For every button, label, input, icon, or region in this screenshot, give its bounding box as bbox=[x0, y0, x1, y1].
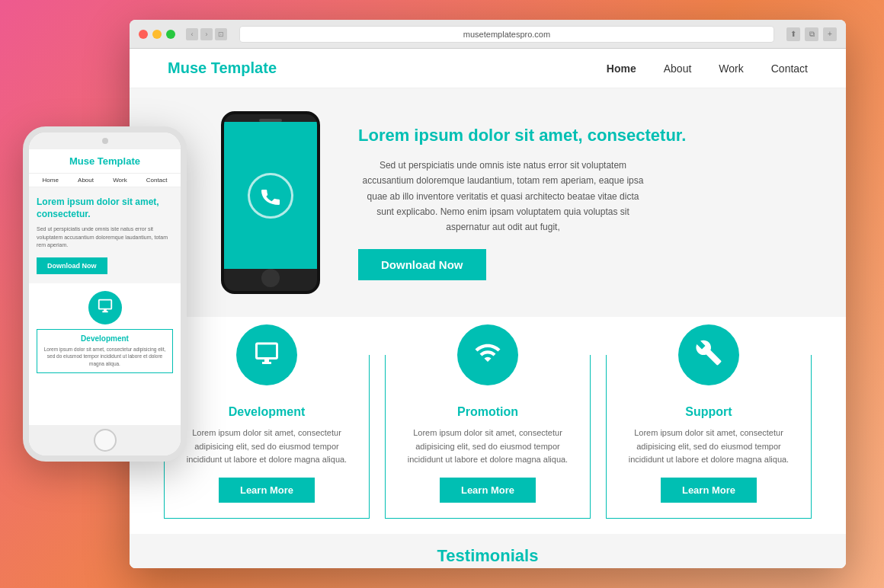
service-card-development: Development Lorem ipsum dolor sit amet, … bbox=[164, 355, 370, 519]
browser-chrome: ‹ › ⊡ musetemplatespro.com ⬆ ⧉ + bbox=[130, 20, 846, 49]
back-button[interactable]: ‹ bbox=[186, 28, 198, 40]
mobile-service-text: Lorem ipsum dolor sit amet, consectetur … bbox=[43, 346, 166, 368]
development-icon-wrap bbox=[236, 324, 297, 385]
hero-body: Sed ut perspiciatis unde omnis iste natu… bbox=[358, 158, 648, 235]
promotion-learn-more-button[interactable]: Learn More bbox=[440, 478, 536, 503]
mobile-service-icon-wrap bbox=[88, 291, 122, 324]
website-content: Muse Template Home About Work Contact bbox=[130, 49, 846, 568]
site-header: Muse Template Home About Work Contact bbox=[130, 49, 846, 88]
nav-work[interactable]: Work bbox=[719, 62, 743, 75]
tab-button[interactable]: ⧉ bbox=[805, 27, 818, 41]
browser-action-buttons: ⬆ ⧉ + bbox=[786, 27, 837, 41]
phone-screen bbox=[224, 122, 317, 269]
promotion-title: Promotion bbox=[457, 405, 518, 419]
phone-home-button bbox=[261, 269, 280, 287]
browser-nav-buttons: ‹ › ⊡ bbox=[186, 28, 227, 40]
mobile-download-button[interactable]: Download Now bbox=[37, 257, 107, 274]
mobile-nav: Home About Work Contact bbox=[29, 174, 181, 187]
mobile-nav-work[interactable]: Work bbox=[113, 177, 127, 184]
mobile-service-card: Development Lorem ipsum dolor sit amet, … bbox=[37, 329, 173, 373]
mobile-screen: Muse Template Home About Work Contact Lo… bbox=[29, 149, 181, 425]
download-button[interactable]: Download Now bbox=[358, 249, 486, 280]
monitor-icon bbox=[253, 339, 280, 372]
support-title: Support bbox=[685, 405, 732, 419]
site-nav: Home About Work Contact bbox=[607, 62, 808, 75]
nav-home[interactable]: Home bbox=[607, 62, 636, 75]
support-learn-more-button[interactable]: Learn More bbox=[661, 478, 757, 503]
hero-heading: Lorem ipsum dolor sit amet, consectetur. bbox=[358, 125, 808, 147]
mobile-hero-heading: Lorem ipsum dolor sit amet, consectetur. bbox=[37, 197, 173, 220]
mobile-nav-contact[interactable]: Contact bbox=[146, 177, 168, 184]
mobile-phone: Muse Template Home About Work Contact Lo… bbox=[23, 126, 187, 462]
mobile-hero: Lorem ipsum dolor sit amet, consectetur.… bbox=[29, 187, 181, 283]
nav-contact[interactable]: Contact bbox=[771, 62, 808, 75]
layout-button[interactable]: ⊡ bbox=[215, 28, 227, 40]
url-bar[interactable]: musetemplatespro.com bbox=[239, 26, 774, 43]
forward-button[interactable]: › bbox=[200, 28, 213, 40]
site-logo: Muse Template bbox=[168, 59, 277, 77]
nav-about[interactable]: About bbox=[664, 62, 692, 75]
development-title: Development bbox=[229, 405, 305, 419]
development-text: Lorem ipsum dolor sit amet, consectetur … bbox=[176, 427, 357, 467]
mobile-top-bar bbox=[29, 133, 181, 149]
mobile-nav-home[interactable]: Home bbox=[43, 177, 59, 184]
mobile-service-title: Development bbox=[43, 334, 166, 343]
mobile-camera bbox=[102, 138, 108, 144]
mobile-hero-text: Sed ut perspiciatis unde omnis iste natu… bbox=[37, 225, 173, 250]
url-text: musetemplatespro.com bbox=[463, 30, 550, 39]
hero-section: Lorem ipsum dolor sit amet, consectetur.… bbox=[130, 88, 846, 317]
support-text: Lorem ipsum dolor sit amet, consectetur … bbox=[618, 427, 799, 467]
hero-content: Lorem ipsum dolor sit amet, consectetur.… bbox=[358, 125, 808, 280]
browser-window: ‹ › ⊡ musetemplatespro.com ⬆ ⧉ + Muse Te… bbox=[130, 20, 846, 568]
services-section: Development Lorem ipsum dolor sit amet, … bbox=[130, 317, 846, 534]
testimonials-title: Testimonials bbox=[130, 546, 846, 566]
support-icon-wrap bbox=[678, 324, 739, 385]
dot-red[interactable] bbox=[139, 30, 148, 39]
dot-yellow[interactable] bbox=[152, 30, 162, 39]
service-card-support: Support Lorem ipsum dolor sit amet, cons… bbox=[606, 355, 812, 519]
wifi-icon bbox=[474, 339, 501, 372]
plus-button[interactable]: + bbox=[823, 27, 837, 41]
tools-icon bbox=[695, 339, 722, 372]
promotion-icon-wrap bbox=[457, 324, 518, 385]
mobile-site-header: Muse Template bbox=[29, 149, 181, 174]
testimonials-section: Testimonials bbox=[130, 534, 846, 568]
phone-call-icon bbox=[248, 173, 293, 219]
service-card-promotion: Promotion Lorem ipsum dolor sit amet, co… bbox=[385, 355, 591, 519]
mobile-service: Development Lorem ipsum dolor sit amet, … bbox=[29, 283, 181, 381]
development-learn-more-button[interactable]: Learn More bbox=[219, 478, 315, 503]
mobile-home-button[interactable] bbox=[94, 429, 117, 452]
mobile-bottom-bar bbox=[29, 425, 181, 455]
dot-green[interactable] bbox=[166, 30, 175, 39]
promotion-text: Lorem ipsum dolor sit amet, consectetur … bbox=[397, 427, 578, 467]
hero-phone bbox=[221, 111, 320, 294]
mobile-nav-about[interactable]: About bbox=[78, 177, 94, 184]
mobile-monitor-icon bbox=[97, 297, 114, 318]
mobile-logo: Muse Template bbox=[37, 155, 173, 167]
share-button[interactable]: ⬆ bbox=[786, 27, 800, 41]
